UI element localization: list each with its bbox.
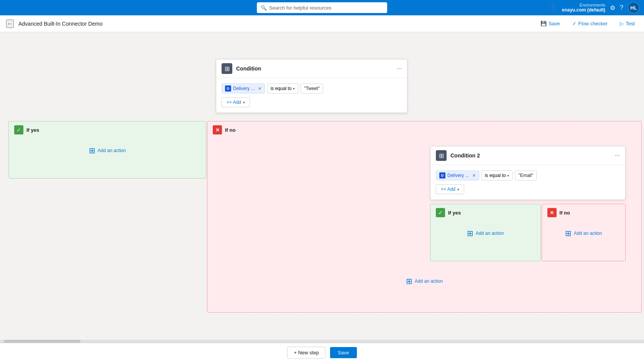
condition1-token[interactable]: D Delivery ... ✕ (222, 84, 265, 93)
add-action-yes-1-icon: ⊞ (89, 146, 95, 155)
add-action-yes-1-button[interactable]: ⊞ Add an action (89, 146, 126, 155)
branch-no-1: ✕ If no ⊞ Condition 2 ··· D (207, 121, 642, 313)
search-icon: 🔍 (261, 5, 267, 11)
condition1-row: D Delivery ... ✕ is equal to ▾ "Tweet" (222, 84, 402, 93)
flow-checker-button[interactable]: ✓ Flow checker (569, 19, 611, 28)
env-info: Environments enayu.com (default) (562, 3, 605, 13)
condition2-token-icon: D (439, 172, 445, 179)
horizontal-scrollbar[interactable] (0, 340, 644, 343)
condition1-body: D Delivery ... ✕ is equal to ▾ "Tweet" +… (216, 78, 407, 113)
save-bottom-button[interactable]: Save (330, 347, 357, 358)
condition2-add-chevron-icon: ▾ (457, 187, 459, 192)
condition2-header: ⊞ Condition 2 ··· (430, 146, 625, 165)
add-action-yes-2-icon: ⊞ (467, 229, 473, 238)
condition2-plus-icon: + (441, 187, 444, 192)
branch-no-2-label: If no (560, 210, 570, 216)
condition1-title: Condition (236, 66, 393, 72)
flow-title: Advanced Built-In Connector Demo (18, 21, 102, 27)
condition1-menu[interactable]: ··· (397, 65, 402, 72)
branch-no-2: ✕ If no ⊞ Add an action (542, 204, 626, 261)
nav-actions: 💾 Save ✓ Flow checker ▷ Test (537, 19, 638, 28)
settings-icon[interactable]: ⚙ (610, 4, 615, 11)
add-action-main-button[interactable]: ⊞ Add an action (406, 277, 443, 286)
add-action-main-icon: ⊞ (406, 277, 412, 286)
scroll-thumb[interactable] (4, 340, 80, 343)
env-name: enayu.com (default) (562, 7, 605, 13)
condition2-menu[interactable]: ··· (615, 152, 620, 159)
add-chevron-icon: ▾ (243, 100, 245, 105)
back-icon: ← (7, 20, 13, 27)
condition1-token-icon: D (225, 85, 231, 92)
plus-icon: + (227, 100, 229, 105)
check-icon: ✓ (14, 125, 23, 134)
condition1-operator[interactable]: is equal to ▾ (267, 84, 299, 93)
save-button[interactable]: 💾 Save (537, 19, 563, 28)
branch-yes-1-header: ✓ If yes (9, 121, 206, 138)
condition1-icon: ⊞ (222, 63, 232, 74)
condition2-row: D Delivery ... ✕ is equal to ▾ "Email" (436, 170, 620, 180)
back-button[interactable]: ← (6, 20, 14, 28)
branch-no-1-label: If no (225, 127, 235, 133)
branch-yes-1: ✓ If yes ⊞ Add an action (8, 121, 206, 179)
avatar[interactable]: HL (628, 2, 639, 13)
checker-icon: ✓ (572, 21, 577, 26)
test-icon: ▷ (620, 21, 624, 26)
check2-icon: ✓ (436, 208, 445, 217)
search-box[interactable]: 🔍 Search for helpful resources (257, 2, 387, 13)
x2-icon: ✕ (547, 208, 557, 217)
search-placeholder: Search for helpful resources (269, 5, 332, 11)
condition2-card: ⊞ Condition 2 ··· D Delivery ... ✕ (430, 146, 626, 200)
condition2-operator[interactable]: is equal to ▾ (481, 170, 513, 180)
condition2-icon: ⊞ (436, 150, 447, 161)
condition1-add-button[interactable]: + + Add ▾ (222, 97, 250, 107)
chevron-down-icon: ▾ (293, 87, 295, 91)
x-icon: ✕ (213, 125, 222, 134)
branch-yes-2: ✓ If yes ⊞ Add an action (430, 204, 541, 261)
condition1-header: ⊞ Condition ··· (216, 59, 407, 78)
branch-yes-2-body: ⊞ Add an action (430, 221, 540, 246)
condition1-card: ⊞ Condition ··· D Delivery ... ✕ is equa… (216, 59, 407, 113)
new-step-button[interactable]: + New step (287, 347, 325, 359)
env-label: Environments (580, 3, 605, 7)
condition2-body: D Delivery ... ✕ is equal to ▾ "Email" (430, 165, 625, 200)
condition2-title: Condition 2 (450, 152, 611, 159)
canvas: ⊞ Condition ··· D Delivery ... ✕ is equa… (0, 32, 644, 347)
condition2-add-button[interactable]: + + Add ▾ (436, 184, 464, 194)
branch-no-1-header: ✕ If no (207, 121, 641, 138)
add-action-no-2-button[interactable]: ⊞ Add an action (565, 229, 602, 238)
condition1-value[interactable]: "Tweet" (301, 84, 323, 93)
bottom-bar: + New step Save (0, 343, 644, 362)
add-action-no-2-icon: ⊞ (565, 229, 572, 238)
top-bar-right: 👤 Environments enayu.com (default) ⚙ ? H… (549, 2, 639, 13)
branch-yes-1-label: If yes (26, 127, 39, 133)
branch-no-2-body: ⊞ Add an action (542, 221, 625, 246)
branch-no-2-header: ✕ If no (542, 204, 625, 221)
add-action-yes-2-button[interactable]: ⊞ Add an action (467, 229, 504, 238)
top-bar: 🔍 Search for helpful resources 👤 Environ… (0, 0, 644, 15)
branch-yes-1-body: ⊞ Add an action (9, 138, 206, 163)
help-icon[interactable]: ? (620, 4, 623, 11)
condition1-token-close[interactable]: ✕ (258, 86, 261, 91)
person-icon: 👤 (549, 3, 557, 12)
condition2-token-close[interactable]: ✕ (472, 173, 476, 178)
condition2-value[interactable]: "Email" (515, 170, 537, 180)
save-icon: 💾 (540, 21, 547, 26)
branch-yes-2-label: If yes (448, 210, 461, 216)
test-button[interactable]: ▷ Test (617, 19, 638, 28)
branch-yes-2-header: ✓ If yes (430, 204, 540, 221)
nav-bar: ← Advanced Built-In Connector Demo 💾 Sav… (0, 15, 644, 32)
condition2-token[interactable]: D Delivery ... ✕ (436, 170, 479, 180)
condition2-chevron-icon: ▾ (507, 174, 509, 178)
